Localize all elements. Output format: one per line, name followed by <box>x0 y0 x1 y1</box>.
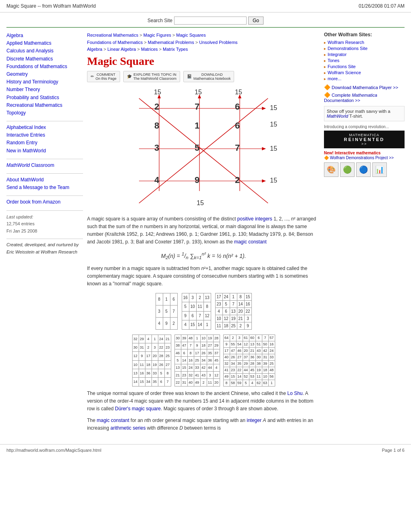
sidebar-main-links: Algebra Applied Mathematics Calculus and… <box>6 32 83 117</box>
svg-text:5: 5 <box>195 143 199 153</box>
link-tones[interactable]: ▸ Tones <box>324 58 405 63</box>
breadcrumb-link[interactable]: Magic Figures <box>143 33 171 37</box>
sidebar-item-random[interactable]: Random Entry <box>6 139 83 147</box>
breadcrumb-link[interactable]: Unsolved Problems <box>199 40 237 45</box>
sidebar-item-algebra[interactable]: Algebra <box>6 32 83 39</box>
svg-text:15: 15 <box>270 145 277 152</box>
link-wolfram-science[interactable]: ▸ Wolfram Science <box>324 70 405 75</box>
footer-url: http://mathworld.wolfram.com/MagicSquare… <box>6 448 101 453</box>
link-demo-project[interactable]: 🔶 Wolfram Demonstrations Project >> <box>324 156 394 160</box>
link-more[interactable]: ▸ more... <box>324 76 405 81</box>
tables-row-1: 816 357 492 163213 510118 96712 415141 1… <box>87 293 320 330</box>
breadcrumb-link[interactable]: Linear Algebra <box>107 47 136 52</box>
breadcrumb-link[interactable]: Recreational Mathematics <box>87 33 138 37</box>
sidebar-item-message[interactable]: Send a Message to the Team <box>6 184 83 191</box>
sidebar-item-alpha-index[interactable]: Alphabetical Index <box>6 124 83 131</box>
content-para1: A magic square is a square array of numb… <box>87 215 320 246</box>
bullet-icon: ▸ <box>324 40 326 45</box>
svg-marker-3 <box>262 107 266 110</box>
sidebar-item-probability[interactable]: Probability and Statistics <box>6 94 83 102</box>
sidebar-item-discrete[interactable]: Discrete Mathematics <box>6 55 83 63</box>
svg-text:2: 2 <box>154 102 159 112</box>
link-integrator[interactable]: ▸ Integrator <box>324 52 405 57</box>
footer: http://mathworld.wolfram.com/MagicSquare… <box>0 444 411 456</box>
svg-text:7: 7 <box>195 102 199 112</box>
formula: M2(n) = 1/n ∑k=1n² k = ½ n(n² + 1). <box>87 251 320 260</box>
link-lo-shu[interactable]: Lo Shu <box>287 391 303 396</box>
sidebar-item-number-theory[interactable]: Number Theory <box>6 86 83 94</box>
breadcrumb: Recreational Mathematics > Magic Figures… <box>87 32 320 53</box>
breadcrumb-link[interactable]: Matrices <box>141 47 158 52</box>
bullet-icon: ▸ <box>324 46 326 51</box>
sidebar-item-applied-math[interactable]: Applied Mathematics <box>6 39 83 47</box>
download-button[interactable]: 📓 DOWNLOADMathematica Notebook <box>183 71 235 82</box>
link-demonstrations-site[interactable]: ▸ Demonstrations Site <box>324 46 405 51</box>
search-button[interactable]: Go <box>248 17 264 25</box>
sidebar-updated: Last updated: 12,754 entries Fri Jan 25 … <box>6 213 83 235</box>
sidebar-item-calculus[interactable]: Calculus and Analysis <box>6 47 83 55</box>
link-arithmetic-series[interactable]: arithmetic series <box>110 425 145 431</box>
svg-text:2: 2 <box>235 175 240 185</box>
entries-count: 12,754 entries <box>6 220 83 228</box>
magic-table-3x3: 816 357 492 <box>156 293 178 330</box>
comment-button[interactable]: ✏ COMMENTOn this Page <box>87 71 120 82</box>
sidebar-item-interactive[interactable]: Interactive Entries <box>6 131 83 139</box>
link-positive-integers[interactable]: positive integers <box>237 216 272 222</box>
link-docs[interactable]: Complete Mathematica Documentation >> <box>324 93 377 103</box>
breadcrumb-link[interactable]: Matrix Types <box>163 47 188 52</box>
demo-icon-4: 📊 <box>372 162 387 177</box>
svg-text:7: 7 <box>235 143 240 153</box>
magic-table-5x5: 17241815 23571416 46132022 101219213 111… <box>215 293 252 330</box>
docs-section: 🔶 Complete Mathematica Documentation >> <box>324 92 405 103</box>
link-magic-constant[interactable]: magic constant <box>234 239 267 245</box>
demo-icon-1: 🎨 <box>324 162 338 177</box>
magic-table-8x8: 642361606757 955541213515016 17474620214… <box>223 335 275 387</box>
breadcrumb-link[interactable]: Magic Squares <box>176 33 206 37</box>
magic-table-4x4: 163213 510118 96712 415141 <box>182 293 211 330</box>
link-integer[interactable]: integer <box>247 418 262 423</box>
search-bar: Search Site Go <box>0 12 411 27</box>
svg-text:15: 15 <box>270 104 277 111</box>
svg-text:3: 3 <box>154 143 159 153</box>
explore-icon: 🎓 <box>127 74 132 79</box>
sidebar-item-recreational[interactable]: Recreational Mathematics <box>6 102 83 109</box>
svg-marker-5 <box>262 147 266 150</box>
link-magic-constant-2[interactable]: magic constant <box>97 418 129 423</box>
sidebar-item-geometry[interactable]: Geometry <box>6 71 83 78</box>
content-area: Recreational Mathematics > Magic Figures… <box>87 32 320 436</box>
svg-text:15: 15 <box>197 200 204 206</box>
content-para2: If every number in a magic square is sub… <box>87 265 320 288</box>
link-player[interactable]: Download Mathematica Player >> <box>332 85 398 90</box>
sidebar-item-topology[interactable]: Topology <box>6 109 83 117</box>
sidebar-item-new[interactable]: New in MathWorld <box>6 147 83 155</box>
comment-icon: ✏ <box>91 74 94 79</box>
demo-icon-2: 🟢 <box>340 162 355 177</box>
svg-text:15: 15 <box>154 89 161 96</box>
link-durer[interactable]: Dürer's magic square <box>115 406 161 411</box>
svg-text:15: 15 <box>270 121 277 128</box>
breadcrumb-link[interactable]: Foundations of Mathematics <box>87 40 143 45</box>
reinvented-box: MATHEMATICA REINVENTED >> <box>324 131 405 148</box>
explore-button[interactable]: 🎓 EXPLORE THIS TOPIC INThe MathWorld Cla… <box>123 71 180 82</box>
update-date: Fri Jan 25 2008 <box>6 228 83 235</box>
link-functions-site[interactable]: ▸ Functions Site <box>324 64 405 69</box>
svg-text:15: 15 <box>270 177 277 184</box>
link-tshirt[interactable]: MathWorld <box>327 114 348 118</box>
breadcrumb-link[interactable]: Mathematical Problems <box>148 40 194 45</box>
bullet-icon: ▸ <box>324 52 326 57</box>
sidebar-item-order[interactable]: Order book from Amazon <box>6 198 83 206</box>
bullet-icon: ▸ <box>324 77 326 81</box>
player-section: 🔶 Download Mathematica Player >> <box>324 84 405 90</box>
search-input[interactable] <box>174 17 247 25</box>
svg-marker-7 <box>262 179 266 183</box>
link-wolfram-research[interactable]: ▸ Wolfram Research <box>324 40 405 45</box>
page-title: Magic Square <box>87 55 320 68</box>
demo-section: New! Interactive mathematics 🔶 Wolfram D… <box>324 151 405 160</box>
breadcrumb-link[interactable]: Algebra <box>87 47 102 52</box>
sidebar-item-about[interactable]: About MathWorld <box>6 176 83 184</box>
right-sidebar: Other Wolfram Sites: ▸ Wolfram Research … <box>324 32 405 436</box>
sidebar-item-classroom[interactable]: MathWorld Classroom <box>6 162 83 169</box>
sidebar-item-foundations[interactable]: Foundations of Mathematics <box>6 63 83 71</box>
magic-square-diagram: 15 15 15 15 15 15 15 15 2 7 6 8 1 6 <box>119 86 288 211</box>
sidebar-item-history[interactable]: History and Terminology <box>6 78 83 86</box>
